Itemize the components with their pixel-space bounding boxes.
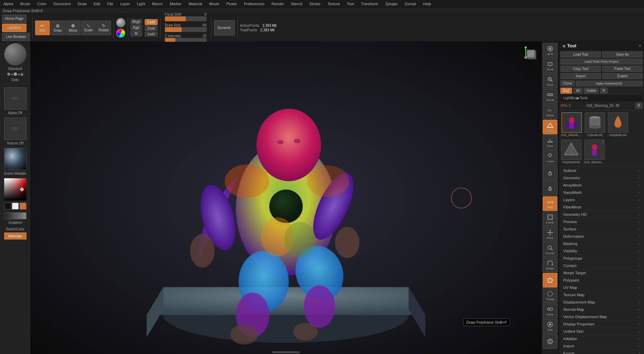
menu-item-material[interactable]: Material xyxy=(187,1,204,7)
viewport-scroll[interactable] xyxy=(272,351,300,353)
menu-item-movie[interactable]: Movie xyxy=(208,1,221,7)
rotate-btn[interactable]: ↻ Rotate xyxy=(96,21,111,35)
xyz-btn[interactable]: XYZ XYZ xyxy=(543,196,557,211)
frame-btn[interactable]: Frame xyxy=(543,212,557,226)
tool-menu-item-contact[interactable]: Contact› xyxy=(560,262,643,269)
tool-menu-item-deformation[interactable]: Deformation› xyxy=(560,233,643,240)
mrgb-btn[interactable]: Mrgb xyxy=(130,19,142,24)
texture-preview[interactable]: OFF xyxy=(4,118,26,140)
orientation-gizmo[interactable] xyxy=(514,45,538,70)
alternate-btn[interactable]: Alternate xyxy=(4,233,26,239)
gyro-btn[interactable] xyxy=(543,334,557,349)
material-preview[interactable] xyxy=(4,148,26,170)
tool-menu-item-subtool[interactable]: Subtool› xyxy=(560,167,643,174)
move-icon-btn[interactable]: Move xyxy=(543,227,557,242)
menu-item-file[interactable]: File xyxy=(106,1,115,7)
tool-menu-item-morph-target[interactable]: Morph Target› xyxy=(560,269,643,277)
tool-menu-item-preview[interactable]: Preview› xyxy=(560,218,643,226)
tool-menu-item-texture-map[interactable]: Texture Map› xyxy=(560,291,643,299)
menu-item-light[interactable]: Light xyxy=(135,1,146,7)
polyframe-btn[interactable] xyxy=(543,273,557,288)
aahar-btn[interactable]: AA AAHar xyxy=(543,104,557,119)
edit-btn[interactable]: ✏ Edit xyxy=(35,21,50,35)
tool-menu-item-geometry-hd[interactable]: Geometry HD› xyxy=(560,211,643,218)
brush-preview[interactable] xyxy=(4,43,26,65)
move-btn[interactable]: ✥ Move xyxy=(66,21,80,35)
subtool-018-skinning-2[interactable]: 2 018_Skinning_02 xyxy=(583,139,606,165)
export-top-btn[interactable]: Export xyxy=(602,73,643,79)
home-tab[interactable]: Home Page xyxy=(2,15,26,23)
viewport-3d[interactable]: Draw Polyframe Shift+F xyxy=(31,42,541,354)
load-tool-btn[interactable]: Load Tool xyxy=(560,52,601,57)
tool-menu-item-polygroups[interactable]: Polygroups› xyxy=(560,255,643,262)
menu-item-layer[interactable]: Layer xyxy=(119,1,132,7)
zsub-btn[interactable]: Zsub xyxy=(145,26,158,31)
goz-btn[interactable]: GoZ xyxy=(560,88,572,94)
lightbox-tools-nav[interactable]: LightBox▶Tools xyxy=(562,96,589,100)
tool-menu-item-polypaint[interactable]: Polypaint› xyxy=(560,277,643,284)
menu-item-marker[interactable]: Marker xyxy=(168,1,183,7)
zoue-btn[interactable]: Zadd xyxy=(145,32,158,37)
tool-menu-item-export[interactable]: Export› xyxy=(560,350,643,354)
menu-item-color[interactable]: Color xyxy=(36,1,48,7)
subtool-polymesh[interactable]: PolyMesh3D xyxy=(560,139,582,165)
clone-btn[interactable]: Clone xyxy=(560,80,574,86)
menu-item-help[interactable]: Help xyxy=(422,1,432,7)
subtool-018-skinning[interactable]: 018_Skinning_02 xyxy=(560,112,583,137)
tool-menu-item-display-properties[interactable]: Display Properties› xyxy=(560,321,643,328)
r-btn[interactable]: R xyxy=(600,88,607,94)
menu-item-document[interactable]: Document xyxy=(52,1,72,7)
dynamic-icon-btn[interactable]: Dyna xyxy=(543,304,557,318)
close-icon[interactable]: ✕ xyxy=(638,44,641,48)
scale-btn[interactable]: ⤡ Scale xyxy=(81,21,96,35)
color-picker[interactable] xyxy=(4,178,26,200)
sphere-btn[interactable] xyxy=(116,18,125,27)
tool-menu-item-geometry[interactable]: Geometry› xyxy=(560,174,643,182)
tool-menu-item-fibermesh[interactable]: FiberMesh› xyxy=(560,204,643,211)
tool-menu-item-arraymesh[interactable]: ArrayMesh› xyxy=(560,182,643,189)
menu-item-edit[interactable]: Edit xyxy=(92,1,102,7)
tool-menu-item-layers[interactable]: Layers› xyxy=(560,196,643,204)
menu-item-picker[interactable]: Picker xyxy=(225,1,238,7)
solo-btn[interactable]: Solo xyxy=(543,319,557,333)
bpr-btn[interactable]: BPR xyxy=(543,43,557,58)
visible-btn[interactable]: Visible xyxy=(584,88,599,94)
live-boolean-tab[interactable]: Live Boolean xyxy=(2,33,30,41)
rotate-icon-btn[interactable]: Rotate xyxy=(543,258,557,272)
tool-menu-item-surface[interactable]: Surface› xyxy=(560,226,643,233)
spectrum-btn[interactable] xyxy=(116,29,125,38)
all-btn[interactable]: All xyxy=(573,88,582,94)
menu-item-macro[interactable]: Macro xyxy=(151,1,164,7)
menu-item-stencil[interactable]: Stencil xyxy=(289,1,304,7)
subtool-cylinder[interactable]: Cylinder3D xyxy=(584,112,606,137)
zoomd-btn[interactable]: ZoomD xyxy=(543,242,557,257)
transp-btn[interactable]: Transp xyxy=(543,288,557,303)
tool-menu-item-visibility[interactable]: Visibility› xyxy=(560,247,643,255)
swatch-orange[interactable] xyxy=(19,203,26,210)
menu-item-zscript[interactable]: Zscript xyxy=(403,1,418,7)
load-tools-from-project-btn[interactable]: Load Tools From Project xyxy=(560,59,643,64)
tool-menu-item-import[interactable]: Import› xyxy=(560,343,643,350)
alpha-preview[interactable]: OFF xyxy=(4,87,26,110)
paste-tool-btn[interactable]: Paste Tool xyxy=(602,66,643,72)
tool-menu-item-unified-skin[interactable]: Unified Skin› xyxy=(560,328,643,335)
collapse-arrow[interactable]: ◀ xyxy=(562,44,565,48)
menu-item-transform[interactable]: Transform xyxy=(359,1,380,7)
tool-menu-item-normal-map[interactable]: Normal Map› xyxy=(560,306,643,313)
zoom-btn[interactable]: Zoom xyxy=(543,74,557,88)
menu-item-brush[interactable]: Brush xyxy=(19,1,32,7)
draw-size-slider[interactable] xyxy=(165,27,207,32)
menu-item-preferences[interactable]: Preferences xyxy=(243,1,266,7)
m-btn[interactable]: M xyxy=(130,31,142,36)
tool-menu-item-displacement-map[interactable]: Displacement Map› xyxy=(560,299,643,306)
rgb-btn[interactable]: Rgb xyxy=(130,25,142,30)
import-top-btn[interactable]: Import xyxy=(560,73,601,79)
tool-menu-item-initialize[interactable]: Initialize› xyxy=(560,335,643,343)
dynamic-btn[interactable]: Dynamic xyxy=(214,20,235,36)
menu-item-stroke[interactable]: Stroke xyxy=(308,1,322,7)
actual-btn[interactable]: Actual xyxy=(543,89,557,104)
tool-menu-item-vector-displacement-map[interactable]: Vector Displacement Map› xyxy=(560,313,643,321)
swatch-light[interactable] xyxy=(12,203,19,210)
r2-btn[interactable]: R xyxy=(635,103,643,109)
menu-item-tool[interactable]: Tool xyxy=(345,1,355,7)
